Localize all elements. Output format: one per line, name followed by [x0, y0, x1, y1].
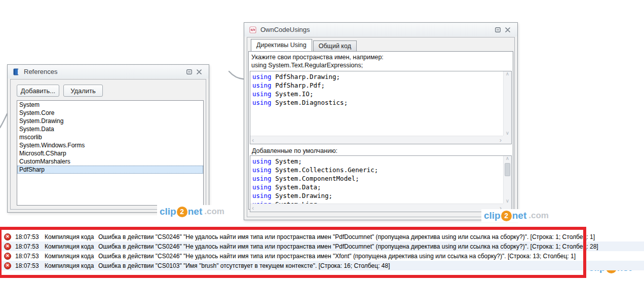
code-line: using System.Data; — [252, 183, 502, 191]
scrollbar-corner — [503, 136, 511, 144]
error-icon-cell: ✕ — [0, 253, 15, 260]
watermark-text: clip — [160, 206, 176, 217]
error-message: Ошибка в действии "CS0103" "Имя "brush" … — [98, 262, 644, 269]
close-icon[interactable] — [194, 67, 204, 76]
code-line: using System.ComponentModel; — [252, 174, 502, 183]
horizontal-scrollbar[interactable]: ‹ › — [250, 136, 503, 144]
default-usings-textbox[interactable]: using System;using System.Collections.Ge… — [250, 155, 512, 212]
error-time: 18:07:53 — [15, 253, 45, 260]
screenshot-stage: References Добавить... Удалить SystemSys… — [0, 0, 644, 282]
hint-text: Укажите свои пространства имен, например… — [249, 52, 513, 69]
custom-usings-textbox[interactable]: using PdfSharp.Drawing;using PdfSharp.Pd… — [250, 71, 512, 144]
code-line: using PdfSharp.Pdf; — [252, 81, 502, 90]
error-icon-cell: ✕ — [0, 243, 15, 250]
scroll-left-icon[interactable]: ‹ — [252, 206, 254, 211]
tab-common-code[interactable]: Общий код — [313, 41, 357, 51]
error-category: Компиляция кода — [45, 233, 98, 240]
list-item[interactable]: System.Windows.Forms — [17, 141, 203, 149]
scroll-down-icon[interactable]: ∨ — [506, 131, 509, 136]
default-usings-code[interactable]: using System;using System.Collections.Ge… — [252, 157, 502, 204]
error-time: 18:07:53 — [15, 243, 45, 250]
scroll-up-icon[interactable]: ∧ — [506, 71, 509, 76]
usings-window-title: OwnCodeUsings — [260, 26, 493, 33]
error-icon: ✕ — [4, 233, 11, 240]
error-category: Компиляция кода — [45, 262, 98, 269]
error-icon: ✕ — [4, 262, 11, 269]
list-item[interactable]: System.Drawing — [17, 117, 203, 125]
code-snippet-icon — [249, 26, 257, 34]
usings-window: OwnCodeUsings Директивы Using Общий код … — [244, 22, 518, 220]
horizontal-scrollbar[interactable]: ‹ › — [250, 204, 503, 212]
custom-usings-code[interactable]: using PdfSharp.Drawing;using PdfSharp.Pd… — [252, 72, 502, 136]
clip2net-watermark: clip2net.com — [157, 205, 227, 218]
code-line: using System.Linq; — [252, 200, 502, 204]
watermark-badge: 2 — [501, 211, 512, 221]
defaults-label: Добавленные по умолчанию: — [252, 147, 337, 154]
vertical-scrollbar[interactable]: ∧ ∨ — [503, 156, 511, 204]
usings-client-area: Директивы Using Общий код Укажите свои п… — [247, 37, 515, 217]
error-icon: ✕ — [4, 243, 11, 250]
error-icon-cell: ✕ — [0, 262, 15, 269]
error-row[interactable]: ✕18:07:53Компиляция кодаОшибка в действи… — [0, 261, 644, 270]
error-time: 18:07:53 — [15, 233, 45, 240]
code-line: using PdfSharp.Drawing; — [252, 72, 502, 81]
references-list[interactable]: SystemSystem.CoreSystem.DrawingSystem.Da… — [17, 100, 204, 206]
error-category: Компиляция кода — [45, 243, 98, 250]
remove-reference-button[interactable]: Удалить — [63, 85, 103, 97]
list-item[interactable]: PdfSharp — [17, 166, 203, 174]
code-line: using System; — [252, 157, 502, 166]
references-window: References Добавить... Удалить SystemSys… — [7, 64, 209, 213]
code-line: using System.Diagnostics; — [252, 98, 502, 107]
error-category: Компиляция кода — [45, 253, 98, 260]
watermark-text: .com — [528, 211, 549, 221]
minimize-button[interactable] — [493, 25, 503, 34]
close-icon[interactable] — [503, 25, 513, 34]
code-line: using System.Collections.Generic; — [252, 166, 502, 174]
scroll-left-icon[interactable]: ‹ — [252, 138, 254, 143]
list-item[interactable]: Microsoft.CSharp — [17, 149, 203, 157]
error-message: Ошибка в действии "CS0246" "Не удалось н… — [98, 233, 644, 240]
code-line: using System.IO; — [252, 90, 502, 98]
watermark-text: clip — [484, 210, 501, 221]
error-time: 18:07:53 — [15, 262, 45, 269]
list-item[interactable]: System — [17, 101, 203, 109]
error-row[interactable]: ✕18:07:53Компиляция кодаОшибка в действи… — [0, 232, 644, 241]
list-item[interactable]: mscorlib — [17, 133, 203, 141]
list-item[interactable]: System.Core — [17, 109, 203, 117]
error-row[interactable]: ✕18:07:53Компиляция кодаОшибка в действи… — [0, 241, 644, 251]
error-icon-cell: ✕ — [0, 233, 15, 240]
scroll-right-icon[interactable]: › — [500, 138, 502, 143]
hint-line-2: using System.Text.RegularExpressions; — [251, 61, 510, 69]
minimize-button[interactable] — [184, 67, 194, 76]
references-titlebar[interactable]: References — [8, 65, 209, 78]
tab-using-directives[interactable]: Директивы Using — [251, 39, 312, 51]
vertical-scrollbar[interactable]: ∧ ∨ — [503, 71, 511, 136]
using-directives-tabpage: Укажите свои пространства имен, например… — [248, 51, 513, 210]
watermark-text: net — [188, 206, 203, 217]
watermark-badge: 2 — [177, 207, 187, 217]
usings-titlebar[interactable]: OwnCodeUsings — [244, 23, 517, 36]
code-line: using System.Drawing; — [252, 191, 502, 200]
list-item[interactable]: CustomMarshalers — [17, 157, 203, 166]
references-client-area: Добавить... Удалить SystemSystem.CoreSys… — [10, 79, 206, 210]
book-icon — [12, 68, 20, 76]
error-row[interactable]: ✕18:07:53Компиляция кодаОшибка в действи… — [0, 251, 644, 261]
error-icon: ✕ — [4, 253, 11, 260]
error-message: Ошибка в действии "CS0246" "Не удалось н… — [98, 253, 644, 260]
hint-line-1: Укажите свои пространства имен, например… — [251, 53, 510, 61]
error-log: ✕18:07:53Компиляция кодаОшибка в действи… — [0, 232, 644, 270]
references-window-title: References — [24, 68, 184, 75]
watermark-text: .com — [204, 207, 224, 217]
clip2net-watermark: clip2net.com — [481, 209, 551, 222]
watermark-text: net — [512, 210, 527, 221]
tabstrip: Директивы Using Общий код — [251, 39, 357, 51]
scroll-up-icon[interactable]: ∧ — [506, 156, 509, 161]
error-message: Ошибка в действии "CS0246" "Не удалось н… — [98, 243, 644, 250]
add-reference-button[interactable]: Добавить... — [17, 85, 59, 97]
scroll-down-icon[interactable]: ∨ — [506, 198, 509, 204]
scrollbar-thumb[interactable] — [505, 163, 510, 176]
list-item[interactable]: System.Data — [17, 125, 203, 133]
